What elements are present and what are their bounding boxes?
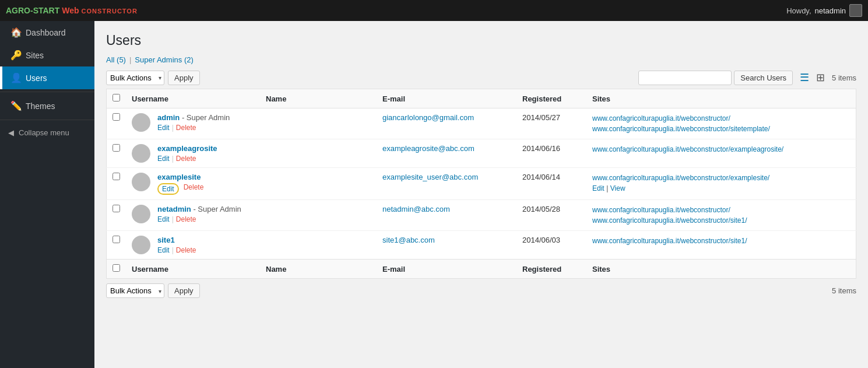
- list-view-icon[interactable]: ☰: [797, 70, 811, 85]
- edit-link-netadmin[interactable]: Edit: [157, 215, 170, 223]
- delete-link-admin[interactable]: Delete: [176, 124, 196, 132]
- delete-link-netadmin[interactable]: Delete: [176, 215, 196, 223]
- row-checkbox-site1[interactable]: [113, 236, 120, 243]
- col-header-cb: [107, 89, 126, 108]
- main-content: Users All (5) | Super Admins (2) Bulk Ac…: [94, 21, 868, 368]
- filter-super-admins[interactable]: Super Admins (2): [135, 55, 193, 64]
- row-actions-exampleagrosite: Edit | Delete: [157, 155, 217, 163]
- collapse-menu[interactable]: ◀ Collapse menu: [0, 122, 94, 143]
- col-header-username[interactable]: Username: [126, 89, 260, 108]
- col-footer-name[interactable]: Name: [260, 260, 377, 279]
- edit-link-site1[interactable]: Edit: [157, 246, 170, 254]
- sites-cell-site1: www.confagricolturapuglia.it/webconstruc…: [586, 231, 856, 260]
- email-link-examplesite[interactable]: examplesite_user@abc.com: [382, 173, 478, 181]
- apply-button-bottom[interactable]: Apply: [168, 283, 200, 298]
- avatar-admin: [132, 113, 150, 132]
- themes-icon: ✏️: [10, 100, 21, 111]
- grid-view-icon[interactable]: ⊞: [814, 70, 827, 85]
- sidebar-item-users[interactable]: 👤 Users: [0, 66, 94, 89]
- site-link-admin-2[interactable]: www.confagricolturapuglia.it/webconstruc…: [592, 124, 850, 134]
- sidebar-item-dashboard[interactable]: 🏠 Dashboard: [0, 21, 94, 44]
- avatar-netadmin: [132, 205, 150, 223]
- apply-button-top[interactable]: Apply: [168, 71, 200, 85]
- username-link-netadmin[interactable]: netadmin: [157, 205, 191, 213]
- bulk-actions-wrapper-bottom: Bulk Actions Delete: [106, 283, 164, 298]
- edit-link-exampleagrosite[interactable]: Edit: [157, 155, 170, 163]
- col-header-registered[interactable]: Registered: [516, 89, 586, 108]
- search-button[interactable]: Search Users: [734, 71, 793, 85]
- email-link-netadmin[interactable]: netadmin@abc.com: [382, 205, 450, 213]
- delete-link-site1[interactable]: Delete: [176, 246, 196, 254]
- select-all-checkbox[interactable]: [113, 94, 120, 101]
- row-checkbox-examplesite[interactable]: [113, 173, 120, 180]
- bulk-actions-select[interactable]: Bulk Actions Delete: [106, 71, 164, 85]
- row-checkbox-cell: [107, 200, 126, 231]
- username-cell-exampleagrosite: exampleagrosite Edit | Delete: [126, 139, 260, 168]
- name-cell-netadmin: [260, 200, 377, 231]
- toolbar-top: Bulk Actions Delete Apply Search Users ☰…: [106, 70, 856, 85]
- username-link-admin[interactable]: admin: [157, 113, 180, 122]
- view-link-examplesite[interactable]: View: [610, 184, 625, 192]
- delete-link-exampleagrosite[interactable]: Delete: [176, 155, 196, 163]
- site-link-exampleagrosite-1[interactable]: www.confagricolturapuglia.it/webconstruc…: [592, 144, 850, 155]
- edit-link-examplesite-highlighted[interactable]: Edit: [157, 183, 179, 195]
- col-footer-username[interactable]: Username: [126, 260, 260, 279]
- col-header-name[interactable]: Name: [260, 89, 377, 108]
- toolbar-bottom: Bulk Actions Delete Apply 5 items: [106, 283, 856, 298]
- avatar-site1: [132, 236, 150, 254]
- username-link-exampleagrosite[interactable]: exampleagrosite: [157, 144, 217, 153]
- sites-cell-examplesite: www.confagricolturapuglia.it/webconstruc…: [586, 168, 856, 200]
- username-link-examplesite[interactable]: examplesite: [157, 173, 203, 181]
- site-link-netadmin-2[interactable]: www.confagricolturapuglia.it/webconstruc…: [592, 215, 850, 226]
- site-link-admin-1[interactable]: www.confagricolturapuglia.it/webconstruc…: [592, 113, 850, 124]
- email-link-exampleagrosite[interactable]: exampleagrosite@abc.com: [382, 144, 475, 153]
- avatar-examplesite: [132, 173, 150, 191]
- email-link-admin[interactable]: giancarlolongo@gmail.com: [382, 113, 474, 122]
- filter-all[interactable]: All (5): [106, 55, 126, 64]
- collapse-arrow-icon: ◀: [8, 128, 14, 137]
- filter-separator: |: [129, 55, 131, 64]
- row-checkbox-exampleagrosite[interactable]: [113, 144, 120, 152]
- site-link-examplesite-1[interactable]: www.confagricolturapuglia.it/webconstruc…: [592, 173, 850, 183]
- col-header-email[interactable]: E-mail: [377, 89, 516, 108]
- col-footer-sites[interactable]: Sites: [586, 260, 856, 279]
- bulk-actions-select-bottom[interactable]: Bulk Actions Delete: [106, 283, 164, 298]
- col-footer-email[interactable]: E-mail: [377, 260, 516, 279]
- users-icon: 👤: [10, 72, 21, 83]
- email-link-site1[interactable]: site1@abc.com: [382, 236, 435, 244]
- toolbar-top-right: Search Users ☰ ⊞ 5 items: [638, 70, 856, 85]
- user-avatar[interactable]: [849, 4, 862, 17]
- bulk-actions-wrapper: Bulk Actions Delete: [106, 71, 164, 85]
- row-checkbox-netadmin[interactable]: [113, 205, 120, 212]
- delete-link-examplesite[interactable]: Delete: [184, 183, 204, 195]
- username-link-site1[interactable]: site1: [157, 236, 196, 244]
- table-row: admin - Super Admin Edit | Delete: [107, 108, 856, 139]
- logo: AGRO-START Web Constructor: [6, 6, 138, 15]
- admin-name: netadmin: [815, 6, 846, 15]
- row-checkbox-admin[interactable]: [113, 113, 120, 121]
- registered-cell-site1: 2014/06/03: [516, 231, 586, 260]
- site-link-netadmin-1[interactable]: www.confagricolturapuglia.it/webconstruc…: [592, 205, 850, 215]
- row-checkbox-cell: [107, 231, 126, 260]
- collapse-label: Collapse menu: [19, 128, 69, 137]
- table-row: site1 Edit | Delete site1@abc.com 2014/0…: [107, 231, 856, 260]
- sidebar-item-sites[interactable]: 🔑 Sites: [0, 44, 94, 66]
- row-actions-examplesite: Edit Delete: [157, 183, 203, 195]
- sidebar-item-themes[interactable]: ✏️ Themes: [0, 94, 94, 117]
- select-all-checkbox-footer[interactable]: [113, 264, 120, 272]
- row-checkbox-cell: [107, 168, 126, 200]
- users-table: Username Name E-mail Registered Sites: [106, 89, 856, 279]
- logo-orange: Web Constructor: [62, 6, 138, 15]
- name-cell-site1: [260, 231, 377, 260]
- edit-link-admin[interactable]: Edit: [157, 124, 170, 132]
- site-link-site1-1[interactable]: www.confagricolturapuglia.it/webconstruc…: [592, 236, 850, 246]
- col-footer-registered[interactable]: Registered: [516, 260, 586, 279]
- search-input[interactable]: [638, 71, 732, 85]
- email-cell-admin: giancarlolongo@gmail.com: [377, 108, 516, 139]
- email-cell-exampleagrosite: exampleagrosite@abc.com: [377, 139, 516, 168]
- col-header-sites[interactable]: Sites: [586, 89, 856, 108]
- table-row: exampleagrosite Edit | Delete exampleagr…: [107, 139, 856, 168]
- sidebar-item-label: Sites: [26, 51, 44, 60]
- row-actions-admin: Edit | Delete: [157, 124, 230, 132]
- table-footer-row: Username Name E-mail Registered Sites: [107, 260, 856, 279]
